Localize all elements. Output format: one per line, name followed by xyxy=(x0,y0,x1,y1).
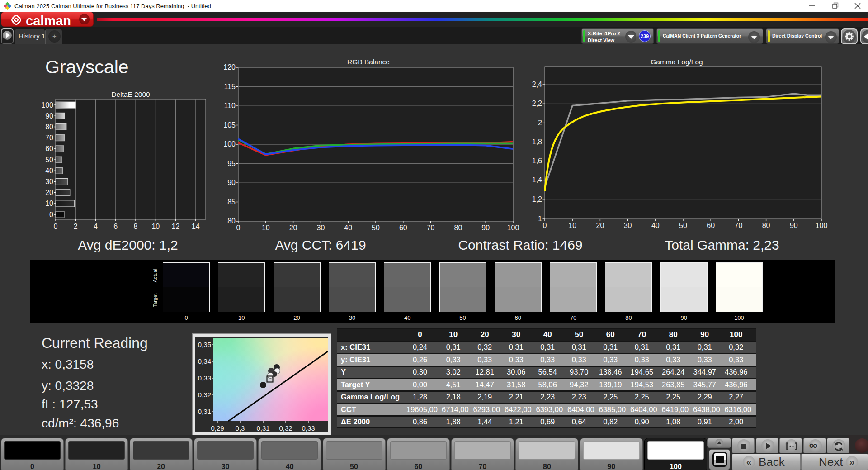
svg-text:95: 95 xyxy=(227,160,236,167)
svg-text:1: 1 xyxy=(538,215,542,223)
svg-text:100: 100 xyxy=(223,140,236,148)
svg-text:1,4: 1,4 xyxy=(532,176,542,184)
svg-text:0,35: 0,35 xyxy=(198,341,211,348)
svg-text:20: 20 xyxy=(596,222,604,229)
svg-text:30: 30 xyxy=(317,224,325,231)
svg-text:70: 70 xyxy=(427,224,435,231)
svg-text:2: 2 xyxy=(74,223,78,230)
svg-text:2,2: 2,2 xyxy=(532,100,542,107)
svg-text:12: 12 xyxy=(172,223,180,230)
svg-text:40: 40 xyxy=(651,222,660,229)
svg-text:40: 40 xyxy=(45,167,53,175)
svg-text:90: 90 xyxy=(481,224,490,231)
svg-text:50: 50 xyxy=(679,222,687,229)
svg-text:60: 60 xyxy=(45,145,53,152)
svg-text:0,31: 0,31 xyxy=(256,424,269,432)
svg-text:20: 20 xyxy=(289,224,297,231)
svg-text:20: 20 xyxy=(45,189,53,196)
svg-text:80: 80 xyxy=(45,123,53,131)
svg-text:90: 90 xyxy=(227,179,236,186)
svg-text:70: 70 xyxy=(735,222,743,229)
svg-text:0,29: 0,29 xyxy=(211,424,224,432)
svg-text:10: 10 xyxy=(151,223,160,230)
svg-text:80: 80 xyxy=(454,224,462,231)
svg-text:2: 2 xyxy=(538,119,542,127)
svg-text:0,33: 0,33 xyxy=(302,424,315,432)
svg-text:4: 4 xyxy=(94,223,98,230)
svg-text:105: 105 xyxy=(223,121,236,129)
svg-text:90: 90 xyxy=(790,222,798,229)
svg-text:85: 85 xyxy=(227,198,236,206)
svg-text:40: 40 xyxy=(344,224,352,231)
svg-text:0: 0 xyxy=(54,223,58,230)
svg-text:RGB Balance: RGB Balance xyxy=(347,58,390,66)
svg-text:50: 50 xyxy=(45,156,53,164)
svg-text:0,32: 0,32 xyxy=(279,424,292,432)
svg-text:10: 10 xyxy=(568,222,576,229)
svg-text:115: 115 xyxy=(224,83,236,90)
svg-text:1,6: 1,6 xyxy=(532,157,542,165)
svg-text:60: 60 xyxy=(707,222,715,229)
svg-text:90: 90 xyxy=(45,112,53,120)
svg-text:0: 0 xyxy=(543,222,547,229)
svg-text:DeltaE 2000: DeltaE 2000 xyxy=(111,90,150,98)
svg-text:50: 50 xyxy=(372,224,380,231)
svg-text:0,31: 0,31 xyxy=(198,408,211,415)
svg-text:1,8: 1,8 xyxy=(532,138,542,146)
svg-text:0,34: 0,34 xyxy=(198,357,211,365)
svg-text:80: 80 xyxy=(762,222,770,229)
svg-text:6: 6 xyxy=(113,223,118,230)
svg-text:1,2: 1,2 xyxy=(532,195,542,203)
svg-text:10: 10 xyxy=(262,224,270,231)
svg-text:100: 100 xyxy=(41,101,53,109)
svg-text:10: 10 xyxy=(45,199,53,207)
svg-text:30: 30 xyxy=(624,222,632,229)
svg-text:100: 100 xyxy=(816,222,828,229)
svg-text:0,32: 0,32 xyxy=(198,391,211,399)
svg-text:60: 60 xyxy=(399,224,407,231)
svg-text:14: 14 xyxy=(192,223,200,230)
svg-text:Gamma Log/Log: Gamma Log/Log xyxy=(651,58,703,66)
svg-text:0,3: 0,3 xyxy=(236,424,245,432)
svg-text:2,4: 2,4 xyxy=(532,81,542,88)
svg-text:80: 80 xyxy=(227,217,236,225)
svg-text:70: 70 xyxy=(45,134,53,142)
svg-text:0,33: 0,33 xyxy=(198,374,211,382)
svg-text:8: 8 xyxy=(134,223,138,230)
svg-text:110: 110 xyxy=(224,102,236,109)
svg-text:0: 0 xyxy=(49,211,53,218)
svg-text:120: 120 xyxy=(223,63,236,71)
svg-text:30: 30 xyxy=(45,178,53,185)
svg-text:0: 0 xyxy=(236,224,241,231)
